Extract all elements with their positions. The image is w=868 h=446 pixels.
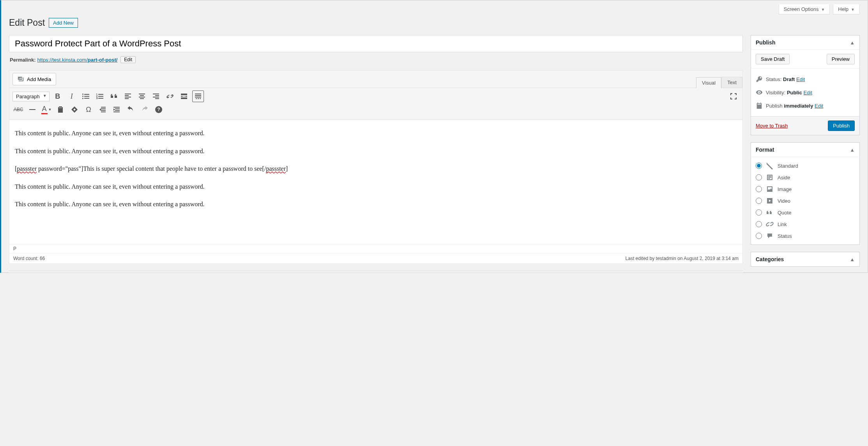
categories-heading: Categories [756,256,784,262]
link-button[interactable] [164,90,176,102]
outdent-button[interactable] [97,104,108,115]
last-edited: Last edited by testadmin on August 2, 20… [625,256,739,261]
paragraph-format-select[interactable]: Paragraph ▼ [12,92,50,101]
post-title-input[interactable] [9,35,743,52]
add-media-button[interactable]: Add Media [12,73,56,85]
italic-button[interactable]: I [66,90,78,102]
format-radio[interactable] [756,198,762,204]
editor-content[interactable]: This content is public. Anyone can see i… [9,119,742,244]
format-label: Image [778,186,792,192]
add-new-button[interactable]: Add New [49,18,78,28]
status-edit-link[interactable]: Edit [796,76,805,82]
tab-visual[interactable]: Visual [696,77,721,88]
svg-text:?: ? [157,107,160,112]
format-image-icon [766,185,774,193]
publish-button[interactable]: Publish [828,120,855,131]
eye-icon [756,89,763,96]
permalink-label: Permalink: [10,57,35,63]
help-tab[interactable]: Help▼ [833,4,860,14]
word-count: Word count: 66 [13,256,45,261]
redo-button[interactable] [139,104,151,115]
save-draft-button[interactable]: Save Draft [756,54,790,64]
help-button[interactable]: ? [153,104,165,115]
strikethrough-button[interactable]: ABC [12,104,24,115]
editor-paragraph: This content is public. Anyone can see i… [15,199,737,209]
editor-toolbar: Paragraph ▼ B I [9,88,742,119]
format-radio[interactable] [756,163,762,169]
align-right-button[interactable] [150,90,162,102]
format-label: Standard [778,163,798,169]
align-center-button[interactable] [136,90,148,102]
editor-paragraph: This content is public. Anyone can see i… [15,128,737,138]
editor: Add Media Visual Text Paragraph ▼ B I [9,70,743,264]
format-item-standard[interactable]: Standard [756,161,855,170]
format-radio[interactable] [756,221,762,227]
bold-button[interactable]: B [52,90,64,102]
format-standard-icon [766,162,774,170]
key-icon [756,76,763,83]
collapse-toggle[interactable]: ▲ [850,40,855,46]
format-status-icon [766,232,774,240]
undo-button[interactable] [125,104,136,115]
format-label: Status [778,233,792,239]
format-video-icon [766,197,774,205]
special-char-button[interactable]: Ω [83,104,94,115]
chevron-down-icon: ▼ [851,7,855,12]
format-item-quote[interactable]: Quote [756,208,855,217]
bullet-list-button[interactable] [80,90,92,102]
permalink-row: Permalink: https://test.kinsta.com/part-… [10,56,743,63]
format-radio[interactable] [756,174,762,181]
format-aside-icon [766,173,774,181]
preview-button[interactable]: Preview [827,54,855,64]
format-label: Aside [778,175,790,181]
publish-date-edit-link[interactable]: Edit [815,103,823,109]
move-to-trash-link[interactable]: Move to Trash [756,123,788,129]
format-heading: Format [756,147,774,153]
collapse-toggle[interactable]: ▲ [850,257,855,262]
format-radio[interactable] [756,186,762,192]
editor-paragraph: This content is public. Anyone can see i… [15,182,737,192]
format-radio[interactable] [756,233,762,239]
tab-text[interactable]: Text [721,77,742,88]
editor-paragraph: [passster password="pass"]This is super … [15,164,737,174]
text-color-button[interactable]: A ▼ [41,104,52,115]
format-quote-icon [766,209,774,216]
format-item-video[interactable]: Video [756,196,855,205]
readmore-button[interactable] [178,90,190,102]
publish-metabox: Publish ▲ Save Draft Preview Status: Dra… [751,35,860,135]
status-label: Status: Draft Edit [766,76,805,82]
format-item-aside[interactable]: Aside [756,173,855,182]
format-label: Video [778,198,790,204]
format-label: Link [778,221,787,227]
collapse-toggle[interactable]: ▲ [850,147,855,153]
indent-button[interactable] [111,104,122,115]
clear-format-button[interactable] [69,104,80,115]
publish-heading: Publish [756,39,776,46]
permalink-link[interactable]: https://test.kinsta.com/part-of-post/ [37,57,117,63]
hr-button[interactable] [27,104,38,115]
number-list-button[interactable] [94,90,106,102]
toolbar-toggle-button[interactable] [192,90,204,102]
calendar-icon [756,102,763,109]
visibility-label: Visibility: Public Edit [766,90,812,96]
format-radio[interactable] [756,209,762,216]
publish-date-label: Publish immediately Edit [766,103,823,109]
permalink-edit-button[interactable]: Edit [120,56,136,63]
svg-rect-0 [29,109,35,110]
screen-options-tab[interactable]: Screen Options▼ [779,4,830,14]
paste-text-button[interactable] [55,104,66,115]
format-label: Quote [778,210,791,216]
visibility-edit-link[interactable]: Edit [804,90,812,96]
format-metabox: Format ▲ StandardAsideImageVideoQuoteLin… [751,142,860,245]
format-item-status[interactable]: Status [756,231,855,241]
media-icon [18,76,25,83]
element-path: P [9,244,742,253]
format-item-link[interactable]: Link [756,219,855,229]
categories-metabox: Categories ▲ [751,252,860,267]
format-link-icon [766,220,774,228]
format-item-image[interactable]: Image [756,184,855,194]
chevron-down-icon: ▼ [821,7,825,12]
blockquote-button[interactable] [108,90,120,102]
fullscreen-button[interactable] [728,90,739,102]
align-left-button[interactable] [122,90,134,102]
